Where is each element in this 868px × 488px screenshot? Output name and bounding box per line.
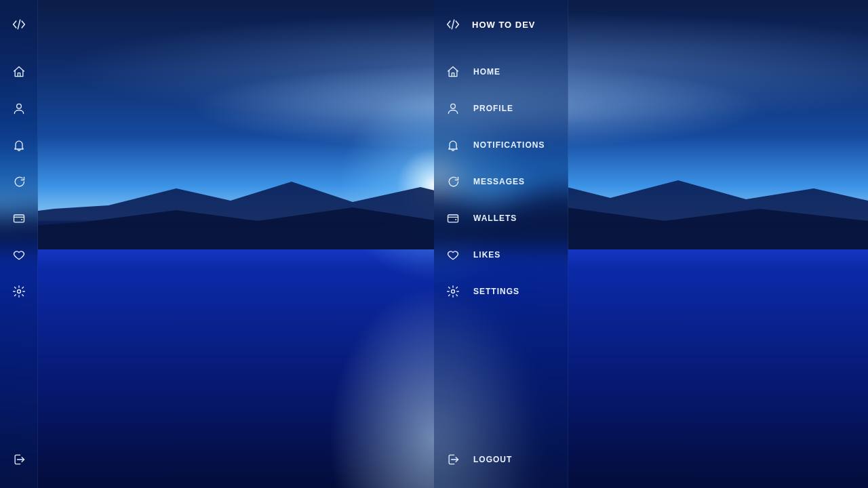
brand-title: HOW TO DEV <box>472 20 536 30</box>
gear-icon <box>12 285 26 298</box>
nav-wallets[interactable]: WALLETS <box>0 202 37 235</box>
nav-label: LOGOUT <box>473 455 512 464</box>
home-icon <box>12 65 26 79</box>
heart-icon <box>12 248 26 262</box>
brand[interactable]: HOW TO DEV <box>434 0 568 43</box>
nav-likes[interactable]: LIKES <box>0 239 37 271</box>
home-icon <box>446 65 460 79</box>
nav-label: NOTIFICATIONS <box>473 140 545 150</box>
nav-profile[interactable]: PROFILE <box>434 92 568 125</box>
gear-icon <box>446 285 460 298</box>
nav-list: HOME PROFILE NOTIFICATIONS MESSAGES WALL… <box>0 43 37 308</box>
code-icon <box>446 18 460 31</box>
nav-wallets[interactable]: WALLETS <box>434 202 568 235</box>
nav-logout[interactable]: LOGOUT <box>0 443 37 476</box>
nav-settings[interactable]: SETTINGS <box>434 275 568 308</box>
logout-icon <box>12 453 26 466</box>
nav-notifications[interactable]: NOTIFICATIONS <box>434 129 568 161</box>
heart-icon <box>446 248 460 262</box>
nav-label: MESSAGES <box>473 177 525 186</box>
nav-label: LIKES <box>473 250 500 260</box>
nav-messages[interactable]: MESSAGES <box>434 165 568 198</box>
nav-logout[interactable]: LOGOUT <box>434 443 568 476</box>
nav-likes[interactable]: LIKES <box>434 239 568 271</box>
nav-home[interactable]: HOME <box>0 56 37 88</box>
wallet-icon <box>446 211 460 225</box>
brand[interactable] <box>0 0 37 43</box>
bell-icon <box>446 138 460 152</box>
code-icon <box>12 18 26 31</box>
nav-profile[interactable]: PROFILE <box>0 92 37 125</box>
user-icon <box>12 102 26 115</box>
nav-notifications[interactable]: NOTIFICATIONS <box>0 129 37 161</box>
logout-icon <box>446 453 460 466</box>
nav-label: SETTINGS <box>473 287 519 296</box>
chat-icon <box>12 175 26 188</box>
bell-icon <box>12 138 26 152</box>
nav-list: HOME PROFILE NOTIFICATIONS MESSAGES WALL… <box>434 43 568 308</box>
nav-label: PROFILE <box>473 104 513 113</box>
nav-label: WALLETS <box>473 214 517 223</box>
nav-messages[interactable]: MESSAGES <box>0 165 37 198</box>
wallet-icon <box>12 211 26 225</box>
user-icon <box>446 102 460 115</box>
nav-home[interactable]: HOME <box>434 56 568 88</box>
nav-label: HOME <box>473 67 500 77</box>
nav-settings[interactable]: SETTINGS <box>0 275 37 308</box>
sidebar-collapsed: HOME PROFILE NOTIFICATIONS MESSAGES WALL… <box>0 0 38 488</box>
sidebar-expanded: HOW TO DEV HOME PROFILE NOTIFICATIONS ME… <box>434 0 568 488</box>
chat-icon <box>446 175 460 188</box>
